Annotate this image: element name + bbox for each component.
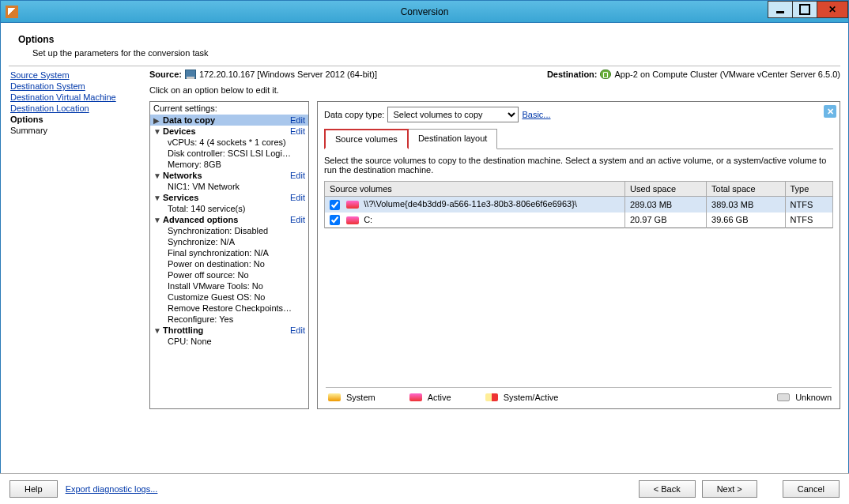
bottom-bar: Help Export diagnostic logs... < Back Ne… bbox=[0, 473, 849, 504]
destination-value: App-2 on Compute Cluster (VMware vCenter… bbox=[614, 70, 840, 79]
settings-group-services[interactable]: ▼ Services Edit bbox=[150, 192, 308, 203]
edit-hint: Click on an option below to edit it. bbox=[149, 85, 840, 95]
settings-group-devices[interactable]: ▼ Devices Edit bbox=[150, 126, 308, 137]
volume-checkbox[interactable] bbox=[330, 215, 340, 225]
system-active-disk-icon bbox=[485, 393, 498, 401]
total-space: 389.03 MB bbox=[707, 197, 785, 213]
copy-type-label: Data copy type: bbox=[324, 110, 384, 119]
basic-link[interactable]: Basic... bbox=[522, 110, 550, 119]
settings-item: Customize Guest OS: No bbox=[150, 291, 308, 303]
destination-label: Destination: bbox=[547, 70, 598, 79]
volume-name: C: bbox=[364, 215, 372, 224]
sidebar-item-source-system[interactable]: Source System bbox=[9, 70, 145, 81]
sidebar-item-destination-vm[interactable]: Destination Virtual Machine bbox=[9, 92, 145, 103]
system-disk-icon bbox=[328, 393, 341, 401]
col-source-volumes[interactable]: Source volumes bbox=[325, 182, 625, 197]
volume-checkbox[interactable] bbox=[330, 200, 340, 210]
settings-item: Total: 140 service(s) bbox=[150, 203, 308, 214]
table-row[interactable]: C: 20.97 GB 39.66 GB NTFS bbox=[325, 213, 833, 228]
col-total-space[interactable]: Total space bbox=[707, 182, 785, 197]
next-button[interactable]: Next > bbox=[702, 480, 757, 498]
collapse-icon: ▼ bbox=[153, 326, 163, 335]
settings-item: NIC1: VM Network bbox=[150, 181, 308, 192]
used-space: 289.03 MB bbox=[625, 197, 707, 213]
fs-type: NTFS bbox=[785, 213, 833, 228]
expand-icon: ▶ bbox=[153, 116, 163, 125]
copy-type-select[interactable]: Select volumes to copy bbox=[387, 107, 519, 122]
col-used-space[interactable]: Used space bbox=[625, 182, 707, 197]
cancel-button[interactable]: Cancel bbox=[783, 480, 840, 498]
settings-group-data-to-copy[interactable]: ▶ Data to copy Edit bbox=[150, 115, 308, 126]
edit-link[interactable]: Edit bbox=[290, 115, 305, 125]
fs-type: NTFS bbox=[785, 197, 833, 213]
sidebar-item-options[interactable]: Options bbox=[9, 114, 145, 125]
page-title: Options bbox=[18, 34, 831, 45]
tab-destination-layout[interactable]: Destination layout bbox=[409, 129, 497, 149]
settings-item: Reconfigure: Yes bbox=[150, 314, 308, 325]
collapse-icon: ▼ bbox=[153, 216, 163, 224]
settings-item: Memory: 8GB bbox=[150, 159, 308, 170]
computer-icon bbox=[185, 70, 196, 79]
col-type[interactable]: Type bbox=[785, 182, 833, 197]
unknown-disk-icon bbox=[777, 393, 790, 401]
page-subtitle: Set up the parameters for the conversion… bbox=[32, 48, 831, 58]
settings-item: Synchronization: Disabled bbox=[150, 225, 308, 236]
settings-item: Power off source: No bbox=[150, 269, 308, 280]
total-space: 39.66 GB bbox=[707, 213, 785, 228]
page-header: Options Set up the parameters for the co… bbox=[1, 23, 848, 59]
close-button[interactable]: ✕ bbox=[817, 1, 848, 18]
back-button[interactable]: < Back bbox=[639, 480, 696, 498]
wizard-sidebar: Source System Destination System Destina… bbox=[9, 66, 145, 409]
content-area: Source: 172.20.10.167 [Windows Server 20… bbox=[145, 66, 840, 409]
settings-item: Install VMware Tools: No bbox=[150, 280, 308, 291]
export-logs-link[interactable]: Export diagnostic logs... bbox=[66, 484, 158, 494]
source-value: 172.20.10.167 [Windows Server 2012 (64-b… bbox=[199, 70, 377, 79]
settings-item: Disk controller: SCSI LSI Logi… bbox=[150, 148, 308, 159]
legend: System Active System/Active Unknown bbox=[326, 387, 832, 402]
collapse-icon: ▼ bbox=[153, 171, 163, 180]
sidebar-item-destination-location[interactable]: Destination Location bbox=[9, 103, 145, 114]
settings-item: Power on destination: No bbox=[150, 258, 308, 269]
disk-icon bbox=[346, 201, 359, 209]
sidebar-item-summary[interactable]: Summary bbox=[9, 125, 145, 136]
destination-icon bbox=[600, 70, 611, 79]
window-title: Conversion bbox=[1, 6, 848, 17]
maximize-button[interactable] bbox=[792, 1, 817, 18]
used-space: 20.97 GB bbox=[625, 213, 707, 228]
edit-link[interactable]: Edit bbox=[290, 215, 305, 224]
disk-icon bbox=[346, 216, 359, 224]
settings-tree[interactable]: Current settings: ▶ Data to copy Edit ▼ … bbox=[149, 101, 309, 409]
edit-link[interactable]: Edit bbox=[290, 126, 305, 136]
tab-source-volumes[interactable]: Source volumes bbox=[324, 129, 409, 149]
settings-group-throttling[interactable]: ▼ Throttling Edit bbox=[150, 325, 308, 336]
volume-name: \\?\Volume{de4b3dd9-a566-11e3-80b3-806e6… bbox=[364, 199, 577, 209]
settings-item: Remove Restore Checkpoints… bbox=[150, 303, 308, 314]
edit-link[interactable]: Edit bbox=[290, 193, 305, 202]
close-panel-icon[interactable]: ✕ bbox=[824, 105, 836, 118]
edit-link[interactable]: Edit bbox=[290, 171, 305, 180]
settings-header: Current settings: bbox=[150, 102, 308, 115]
instruction-text: Select the source volumes to copy to the… bbox=[324, 156, 833, 175]
settings-group-networks[interactable]: ▼ Networks Edit bbox=[150, 170, 308, 181]
help-button[interactable]: Help bbox=[9, 480, 58, 498]
sidebar-item-destination-system[interactable]: Destination System bbox=[9, 81, 145, 92]
active-disk-icon bbox=[409, 393, 422, 401]
settings-item: Synchronize: N/A bbox=[150, 236, 308, 247]
table-row[interactable]: \\?\Volume{de4b3dd9-a566-11e3-80b3-806e6… bbox=[325, 197, 833, 213]
settings-item: CPU: None bbox=[150, 336, 308, 347]
settings-item: vCPUs: 4 (4 sockets * 1 cores) bbox=[150, 137, 308, 148]
window-controls: ✕ bbox=[768, 1, 848, 18]
collapse-icon: ▼ bbox=[153, 194, 163, 202]
collapse-icon: ▼ bbox=[153, 127, 163, 136]
edit-link[interactable]: Edit bbox=[290, 325, 305, 335]
source-label: Source: bbox=[149, 70, 182, 79]
titlebar: Conversion ✕ bbox=[1, 1, 848, 23]
volumes-table: Source volumes Used space Total space Ty… bbox=[324, 181, 833, 228]
minimize-button[interactable] bbox=[768, 1, 793, 18]
settings-group-advanced[interactable]: ▼ Advanced options Edit bbox=[150, 214, 308, 225]
editor-panel: ✕ Data copy type: Select volumes to copy… bbox=[317, 101, 840, 409]
settings-item: Final synchronization: N/A bbox=[150, 247, 308, 258]
